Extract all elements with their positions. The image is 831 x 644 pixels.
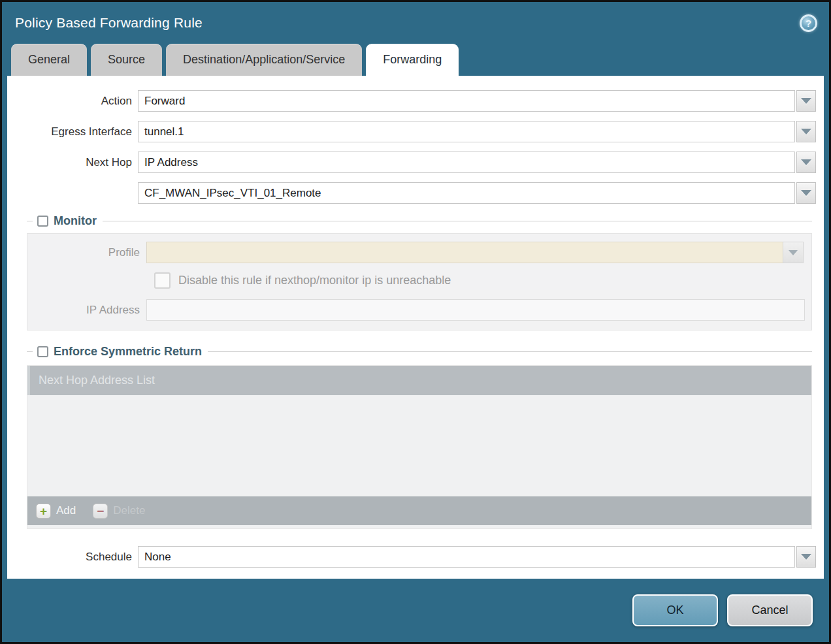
tab-general-label: General xyxy=(28,53,70,67)
action-label: Action xyxy=(7,95,138,108)
tab-bar: General Source Destination/Application/S… xyxy=(2,44,829,76)
cancel-button[interactable]: Cancel xyxy=(727,594,813,626)
chevron-down-icon xyxy=(801,159,811,165)
minus-icon: − xyxy=(93,504,108,519)
schedule-row: Schedule xyxy=(7,546,816,568)
table-body[interactable] xyxy=(27,395,811,496)
egress-interface-label: Egress Interface xyxy=(7,125,138,138)
profile-input xyxy=(146,242,783,263)
delete-button: − Delete xyxy=(93,504,145,519)
tab-source-label: Source xyxy=(108,53,145,67)
forwarding-tab-panel: Action Egress Interface Next Hop xyxy=(7,76,824,579)
schedule-dropdown-button[interactable] xyxy=(796,546,816,568)
ok-button[interactable]: OK xyxy=(632,594,718,626)
egress-interface-row: Egress Interface xyxy=(7,121,816,142)
tab-forwarding-label: Forwarding xyxy=(383,53,442,67)
action-row: Action xyxy=(7,90,816,112)
legend-line xyxy=(27,221,33,221)
symmetric-return-checkbox[interactable] xyxy=(37,346,48,357)
tab-general[interactable]: General xyxy=(11,44,87,76)
legend-line xyxy=(208,351,812,352)
egress-interface-input[interactable] xyxy=(138,121,795,142)
disable-rule-label: Disable this rule if nexthop/monitor ip … xyxy=(178,274,451,287)
egress-interface-dropdown-button[interactable] xyxy=(796,121,816,142)
dialog-titlebar: Policy Based Forwarding Rule ? xyxy=(2,2,829,44)
legend-line xyxy=(103,221,812,221)
profile-dropdown-button xyxy=(783,242,804,263)
tab-destination-label: Destination/Application/Service xyxy=(183,53,345,67)
table-header-label: Next Hop Address List xyxy=(39,374,155,387)
monitor-checkbox[interactable] xyxy=(37,216,48,227)
legend-line xyxy=(27,351,33,352)
next-hop-address-row xyxy=(7,182,816,204)
dialog-footer: OK Cancel xyxy=(2,579,829,642)
add-button[interactable]: + Add xyxy=(36,504,76,519)
disable-rule-row: Disable this rule if nexthop/monitor ip … xyxy=(154,272,806,289)
symmetric-return-fieldset: Enforce Symmetric Return Next Hop Addres… xyxy=(27,344,812,529)
monitor-legend: Monitor xyxy=(27,213,812,229)
table-header: Next Hop Address List xyxy=(27,366,811,395)
next-hop-dropdown-button[interactable] xyxy=(796,152,816,173)
chevron-down-icon xyxy=(801,129,811,135)
chevron-down-icon xyxy=(789,250,798,255)
next-hop-row: Next Hop xyxy=(7,152,816,173)
table-toolbar: + Add − Delete xyxy=(27,496,811,525)
next-hop-address-list-table: Next Hop Address List + Add − Delete xyxy=(27,365,812,529)
monitor-body: Profile Disable this rule if nexthop/mon… xyxy=(27,233,812,330)
profile-label: Profile xyxy=(27,246,146,259)
monitor-ip-address-input xyxy=(146,299,805,321)
disable-rule-checkbox xyxy=(154,272,171,289)
chevron-down-icon xyxy=(801,190,811,196)
chevron-down-icon xyxy=(801,554,811,560)
monitor-legend-label: Monitor xyxy=(54,214,97,228)
symmetric-return-legend: Enforce Symmetric Return xyxy=(27,344,812,359)
next-hop-address-dropdown-button[interactable] xyxy=(796,182,816,204)
help-glyph: ? xyxy=(806,18,811,29)
dialog-title: Policy Based Forwarding Rule xyxy=(15,15,203,31)
delete-button-label: Delete xyxy=(113,504,145,517)
symmetric-return-legend-label: Enforce Symmetric Return xyxy=(54,345,202,359)
add-button-label: Add xyxy=(56,504,76,517)
pbf-rule-dialog: Policy Based Forwarding Rule ? General S… xyxy=(0,0,831,644)
schedule-input[interactable] xyxy=(138,546,795,568)
tab-forwarding[interactable]: Forwarding xyxy=(366,44,459,76)
monitor-ip-address-label: IP Address xyxy=(27,304,146,317)
chevron-down-icon xyxy=(801,98,811,104)
tab-source[interactable]: Source xyxy=(91,44,162,76)
action-dropdown-button[interactable] xyxy=(796,90,816,112)
profile-row: Profile xyxy=(27,242,806,263)
monitor-fieldset: Monitor Profile Disable this rule if nex… xyxy=(27,213,812,330)
next-hop-label: Next Hop xyxy=(7,156,138,169)
schedule-label: Schedule xyxy=(7,551,138,564)
tab-destination-application-service[interactable]: Destination/Application/Service xyxy=(166,44,362,76)
plus-icon: + xyxy=(36,504,51,519)
monitor-ip-address-row: IP Address xyxy=(27,299,806,321)
action-input[interactable] xyxy=(138,90,795,112)
help-icon[interactable]: ? xyxy=(800,14,817,32)
next-hop-type-input[interactable] xyxy=(138,152,795,173)
next-hop-address-input[interactable] xyxy=(138,182,795,204)
